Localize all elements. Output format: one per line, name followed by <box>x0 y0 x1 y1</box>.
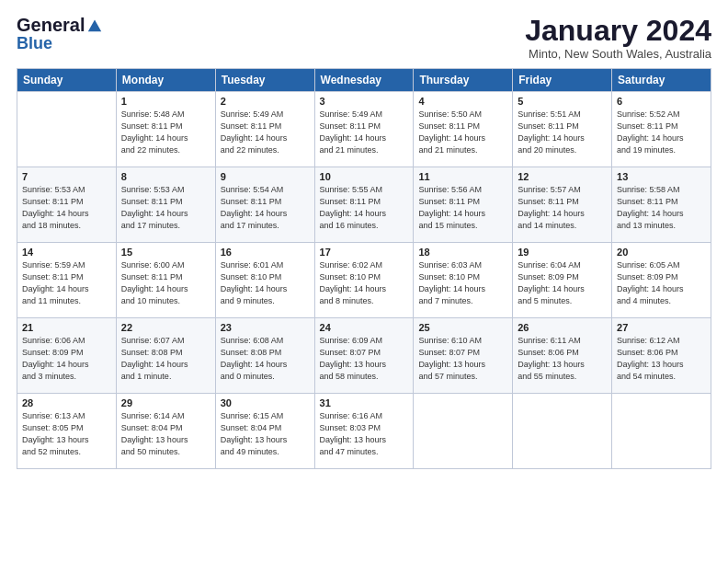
calendar-cell: 9Sunrise: 5:54 AMSunset: 8:11 PMDaylight… <box>215 167 314 243</box>
calendar-cell: 7Sunrise: 5:53 AMSunset: 8:11 PMDaylight… <box>17 167 117 243</box>
day-number: 19 <box>518 247 607 258</box>
day-number: 25 <box>418 322 507 333</box>
day-info: Sunrise: 5:58 AMSunset: 8:11 PMDaylight:… <box>617 184 706 232</box>
day-info: Sunrise: 5:57 AMSunset: 8:11 PMDaylight:… <box>518 184 607 232</box>
day-number: 8 <box>121 171 210 182</box>
calendar-cell: 12Sunrise: 5:57 AMSunset: 8:11 PMDayligh… <box>513 167 612 243</box>
calendar-cell: 6Sunrise: 5:52 AMSunset: 8:11 PMDaylight… <box>612 92 711 167</box>
day-info: Sunrise: 5:54 AMSunset: 8:11 PMDaylight:… <box>221 184 310 232</box>
day-info: Sunrise: 6:00 AMSunset: 8:11 PMDaylight:… <box>121 259 210 307</box>
calendar-cell: 22Sunrise: 6:07 AMSunset: 8:08 PMDayligh… <box>116 318 215 394</box>
title-block: January 2024 Minto, New South Wales, Aus… <box>525 15 711 61</box>
day-info: Sunrise: 5:48 AMSunset: 8:11 PMDaylight:… <box>121 109 210 156</box>
week-row-1: 1Sunrise: 5:48 AMSunset: 8:11 PMDaylight… <box>17 92 711 167</box>
day-number: 20 <box>617 247 706 258</box>
day-info: Sunrise: 5:59 AMSunset: 8:11 PMDaylight:… <box>22 259 111 307</box>
calendar-cell: 28Sunrise: 6:13 AMSunset: 8:05 PMDayligh… <box>17 394 117 469</box>
day-number: 26 <box>518 322 607 333</box>
day-info: Sunrise: 6:02 AMSunset: 8:10 PMDaylight:… <box>320 259 409 307</box>
calendar-cell: 2Sunrise: 5:49 AMSunset: 8:11 PMDaylight… <box>215 92 314 167</box>
calendar-cell: 11Sunrise: 5:56 AMSunset: 8:11 PMDayligh… <box>414 167 513 243</box>
day-number: 12 <box>518 171 607 182</box>
day-number: 23 <box>221 322 310 333</box>
calendar-cell: 25Sunrise: 6:10 AMSunset: 8:07 PMDayligh… <box>414 318 513 394</box>
day-number: 15 <box>121 247 210 258</box>
calendar-cell: 10Sunrise: 5:55 AMSunset: 8:11 PMDayligh… <box>314 167 414 243</box>
calendar-cell: 24Sunrise: 6:09 AMSunset: 8:07 PMDayligh… <box>314 318 414 394</box>
calendar-cell: 18Sunrise: 6:03 AMSunset: 8:10 PMDayligh… <box>414 243 513 318</box>
day-info: Sunrise: 6:16 AMSunset: 8:03 PMDaylight:… <box>320 410 409 458</box>
days-header-row: SundayMondayTuesdayWednesdayThursdayFrid… <box>17 69 711 92</box>
week-row-4: 21Sunrise: 6:06 AMSunset: 8:09 PMDayligh… <box>17 318 711 394</box>
day-info: Sunrise: 6:15 AMSunset: 8:04 PMDaylight:… <box>221 410 310 458</box>
day-info: Sunrise: 5:49 AMSunset: 8:11 PMDaylight:… <box>221 109 310 156</box>
day-header-thursday: Thursday <box>414 69 513 92</box>
day-number: 10 <box>320 171 409 182</box>
svg-marker-0 <box>88 20 101 32</box>
day-header-wednesday: Wednesday <box>314 69 414 92</box>
day-info: Sunrise: 6:01 AMSunset: 8:10 PMDaylight:… <box>221 259 310 307</box>
header: General Blue January 2024 Minto, New Sou… <box>17 15 711 61</box>
day-info: Sunrise: 6:12 AMSunset: 8:06 PMDaylight:… <box>617 335 706 383</box>
day-number: 6 <box>617 96 706 107</box>
week-row-2: 7Sunrise: 5:53 AMSunset: 8:11 PMDaylight… <box>17 167 711 243</box>
day-info: Sunrise: 6:08 AMSunset: 8:08 PMDaylight:… <box>221 335 310 383</box>
day-number: 5 <box>518 96 607 107</box>
day-number: 22 <box>121 322 210 333</box>
day-number: 18 <box>418 247 507 258</box>
day-number: 21 <box>22 322 111 333</box>
day-number: 2 <box>221 96 310 107</box>
day-number: 31 <box>320 397 409 408</box>
day-number: 17 <box>320 247 409 258</box>
calendar-cell: 19Sunrise: 6:04 AMSunset: 8:09 PMDayligh… <box>513 243 612 318</box>
subtitle: Minto, New South Wales, Australia <box>525 47 711 61</box>
day-number: 13 <box>617 171 706 182</box>
day-header-sunday: Sunday <box>17 69 117 92</box>
day-info: Sunrise: 5:49 AMSunset: 8:11 PMDaylight:… <box>320 109 409 156</box>
day-info: Sunrise: 6:10 AMSunset: 8:07 PMDaylight:… <box>418 335 507 383</box>
week-row-5: 28Sunrise: 6:13 AMSunset: 8:05 PMDayligh… <box>17 394 711 469</box>
calendar-cell: 27Sunrise: 6:12 AMSunset: 8:06 PMDayligh… <box>612 318 711 394</box>
calendar-cell: 14Sunrise: 5:59 AMSunset: 8:11 PMDayligh… <box>17 243 117 318</box>
day-info: Sunrise: 5:50 AMSunset: 8:11 PMDaylight:… <box>418 109 507 156</box>
calendar-cell <box>612 394 711 469</box>
calendar-cell: 29Sunrise: 6:14 AMSunset: 8:04 PMDayligh… <box>116 394 215 469</box>
calendar-cell: 5Sunrise: 5:51 AMSunset: 8:11 PMDaylight… <box>513 92 612 167</box>
day-info: Sunrise: 6:06 AMSunset: 8:09 PMDaylight:… <box>22 335 111 383</box>
calendar-cell: 30Sunrise: 6:15 AMSunset: 8:04 PMDayligh… <box>215 394 314 469</box>
day-number: 7 <box>22 171 111 182</box>
day-info: Sunrise: 6:14 AMSunset: 8:04 PMDaylight:… <box>121 410 210 458</box>
calendar-cell: 13Sunrise: 5:58 AMSunset: 8:11 PMDayligh… <box>612 167 711 243</box>
calendar-cell <box>414 394 513 469</box>
calendar-cell <box>513 394 612 469</box>
day-info: Sunrise: 6:09 AMSunset: 8:07 PMDaylight:… <box>320 335 409 383</box>
day-number: 14 <box>22 247 111 258</box>
day-info: Sunrise: 6:13 AMSunset: 8:05 PMDaylight:… <box>22 410 111 458</box>
month-title: January 2024 <box>525 15 711 47</box>
day-number: 16 <box>221 247 310 258</box>
day-info: Sunrise: 5:56 AMSunset: 8:11 PMDaylight:… <box>418 184 507 232</box>
logo: General Blue <box>17 15 103 53</box>
calendar-cell: 8Sunrise: 5:53 AMSunset: 8:11 PMDaylight… <box>116 167 215 243</box>
calendar-cell: 17Sunrise: 6:02 AMSunset: 8:10 PMDayligh… <box>314 243 414 318</box>
day-number: 28 <box>22 397 111 408</box>
calendar-table: SundayMondayTuesdayWednesdayThursdayFrid… <box>17 68 711 469</box>
day-number: 4 <box>418 96 507 107</box>
day-number: 27 <box>617 322 706 333</box>
calendar-cell: 20Sunrise: 6:05 AMSunset: 8:09 PMDayligh… <box>612 243 711 318</box>
calendar-cell: 23Sunrise: 6:08 AMSunset: 8:08 PMDayligh… <box>215 318 314 394</box>
day-info: Sunrise: 6:04 AMSunset: 8:09 PMDaylight:… <box>518 259 607 307</box>
page: General Blue January 2024 Minto, New Sou… <box>0 0 728 478</box>
day-number: 3 <box>320 96 409 107</box>
day-number: 29 <box>121 397 210 408</box>
day-info: Sunrise: 5:52 AMSunset: 8:11 PMDaylight:… <box>617 109 706 156</box>
day-number: 9 <box>221 171 310 182</box>
logo-icon <box>86 17 103 33</box>
day-number: 11 <box>418 171 507 182</box>
day-header-friday: Friday <box>513 69 612 92</box>
day-header-tuesday: Tuesday <box>215 69 314 92</box>
day-number: 30 <box>221 397 310 408</box>
day-info: Sunrise: 6:11 AMSunset: 8:06 PMDaylight:… <box>518 335 607 383</box>
calendar-cell: 31Sunrise: 6:16 AMSunset: 8:03 PMDayligh… <box>314 394 414 469</box>
week-row-3: 14Sunrise: 5:59 AMSunset: 8:11 PMDayligh… <box>17 243 711 318</box>
